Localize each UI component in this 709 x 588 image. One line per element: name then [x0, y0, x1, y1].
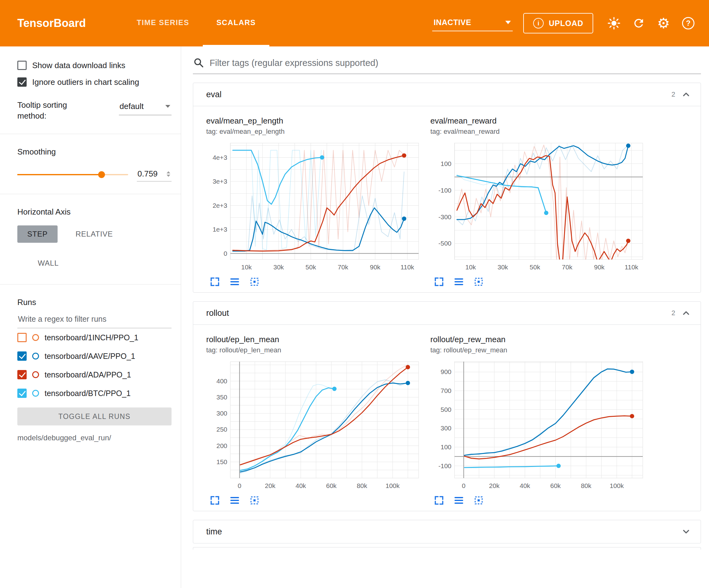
chart-toolbar: [434, 276, 647, 287]
svg-text:-100: -100: [439, 462, 451, 469]
svg-text:150: 150: [216, 458, 227, 465]
horizontal-axis-label: Horizontal Axis: [17, 207, 172, 217]
smoothing-slider[interactable]: [17, 174, 128, 175]
svg-text:100: 100: [441, 160, 451, 167]
smoothing-value-field[interactable]: 0.759: [137, 168, 172, 181]
smoothing-value: 0.759: [137, 169, 158, 179]
chart-title: eval/mean_ep_length: [206, 116, 423, 126]
svg-text:-500: -500: [439, 240, 451, 247]
tab-bar: TIME SERIES SCALARS: [123, 0, 269, 47]
svg-text:-100: -100: [439, 187, 451, 194]
svg-text:80k: 80k: [581, 482, 592, 489]
toggle-all-runs-button[interactable]: TOGGLE ALL RUNS: [17, 408, 172, 426]
tag-filter-input[interactable]: [210, 58, 699, 68]
chart-title: rollout/ep_len_mean: [206, 335, 423, 344]
ignore-outliers-checkbox[interactable]: Ignore outliers in chart scaling: [17, 74, 172, 91]
svg-text:30k: 30k: [273, 263, 284, 271]
svg-text:100: 100: [441, 443, 451, 451]
svg-text:500: 500: [441, 406, 451, 413]
svg-text:110k: 110k: [625, 263, 638, 271]
settings-icon[interactable]: [656, 16, 671, 30]
chart-eval-mean-ep-length: eval/mean_ep_length tag: eval/mean_ep_le…: [206, 116, 423, 287]
tab-time-series[interactable]: TIME SERIES: [123, 0, 203, 47]
runs-list: tensorboard/1INCH/PPO_1 tensorboard/AAVE…: [17, 328, 172, 403]
svg-text:100k: 100k: [610, 482, 624, 489]
refresh-icon[interactable]: [632, 16, 646, 30]
status-dropdown[interactable]: INACTIVE: [432, 16, 513, 31]
question-glyph: [682, 17, 694, 29]
svg-text:30k: 30k: [498, 263, 508, 271]
chart-tag: tag: rollout/ep_rew_mean: [430, 346, 647, 354]
step-up-icon[interactable]: [166, 171, 170, 173]
tooltip-sorting-select[interactable]: default: [119, 100, 172, 115]
checkbox-label: Ignore outliers in chart scaling: [32, 77, 139, 87]
svg-text:0: 0: [462, 482, 466, 489]
fit-domain-icon[interactable]: [249, 495, 260, 506]
expand-icon[interactable]: [209, 495, 220, 506]
svg-text:300: 300: [216, 410, 227, 417]
next-section-card-partial: [193, 547, 701, 549]
upload-label: UPLOAD: [549, 19, 583, 28]
expand-icon[interactable]: [209, 276, 220, 287]
data-table-icon[interactable]: [229, 276, 240, 287]
svg-text:40k: 40k: [295, 482, 306, 489]
svg-text:350: 350: [216, 393, 227, 401]
divider: [0, 284, 181, 285]
svg-text:200: 200: [216, 442, 227, 449]
line-chart[interactable]: 100-100-300-50010k30k50k70k90k110k: [430, 139, 647, 276]
brightness-icon[interactable]: [607, 16, 621, 30]
chart-count-badge: 2: [672, 309, 675, 317]
expand-icon[interactable]: [434, 495, 445, 506]
section-card-time: time: [193, 520, 701, 543]
slider-thumb[interactable]: [98, 171, 105, 178]
data-table-icon[interactable]: [453, 495, 465, 506]
svg-text:60k: 60k: [326, 482, 337, 489]
expand-icon[interactable]: [434, 276, 445, 287]
svg-text:90k: 90k: [370, 263, 380, 271]
data-table-icon[interactable]: [229, 495, 240, 506]
step-down-icon[interactable]: [166, 175, 170, 177]
svg-text:80k: 80k: [357, 482, 367, 489]
fit-domain-icon[interactable]: [473, 495, 484, 506]
scalars-dashboard: eval 2 eval/mean_ep_length tag: eval/mea…: [181, 47, 709, 588]
tab-scalars[interactable]: SCALARS: [203, 0, 269, 47]
axis-relative-button[interactable]: RELATIVE: [69, 225, 119, 243]
checkbox-icon: [17, 77, 27, 87]
selected-option: default: [120, 102, 144, 111]
line-chart[interactable]: 900700500300100-100020k40k60k80k100k: [430, 358, 647, 494]
help-icon[interactable]: [681, 16, 695, 30]
line-chart[interactable]: 400350300250200150020k40k60k80k100k: [206, 358, 423, 494]
chevron-down-icon: [505, 21, 511, 24]
content-area: Show data download links Ignore outliers…: [0, 47, 709, 588]
section-title: rollout: [206, 308, 229, 318]
section-header[interactable]: rollout 2: [193, 302, 701, 325]
run-row-1inch[interactable]: tensorboard/1INCH/PPO_1: [17, 328, 172, 347]
run-checkbox: [17, 389, 27, 398]
fit-domain-icon[interactable]: [473, 276, 484, 287]
run-checkbox: [17, 352, 27, 361]
run-row-aave[interactable]: tensorboard/AAVE/PPO_1: [17, 347, 172, 365]
collapse-chevron-icon[interactable]: [680, 88, 692, 100]
run-label: tensorboard/1INCH/PPO_1: [45, 333, 138, 342]
upload-button[interactable]: UPLOAD: [523, 13, 593, 33]
axis-step-button[interactable]: STEP: [17, 225, 58, 243]
run-row-btc[interactable]: tensorboard/BTC/PPO_1: [17, 384, 172, 403]
section-header[interactable]: time: [193, 520, 701, 543]
axis-wall-button[interactable]: WALL: [32, 255, 65, 272]
line-chart[interactable]: 01e+32e+33e+34e+310k30k50k70k90k110k: [206, 139, 423, 276]
chart-eval-mean-reward: eval/mean_reward tag: eval/mean_reward 1…: [430, 116, 647, 287]
chart-count-badge: 2: [672, 91, 675, 99]
show-download-links-checkbox[interactable]: Show data download links: [17, 57, 172, 74]
run-color-ring: [32, 371, 39, 378]
collapse-chevron-icon[interactable]: [680, 307, 692, 319]
stepper-icon[interactable]: [166, 171, 170, 177]
run-row-ada[interactable]: tensorboard/ADA/PPO_1: [17, 365, 172, 384]
svg-text:20k: 20k: [489, 482, 500, 489]
runs-filter-input[interactable]: [17, 311, 172, 328]
fit-domain-icon[interactable]: [249, 276, 260, 287]
collapse-chevron-icon[interactable]: [680, 526, 692, 538]
section-header[interactable]: eval 2: [193, 83, 701, 106]
sun-glyph: [607, 17, 621, 30]
chart-title: rollout/ep_rew_mean: [430, 335, 647, 344]
data-table-icon[interactable]: [453, 276, 465, 287]
